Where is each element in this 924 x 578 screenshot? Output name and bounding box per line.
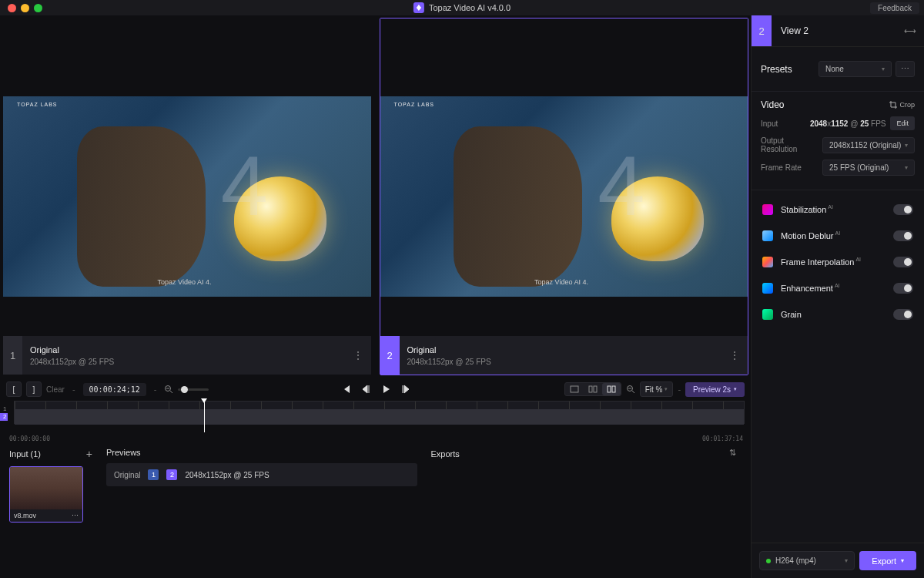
view-single-button[interactable] [565,383,584,395]
view-split-button[interactable] [584,383,602,395]
codec-dropdown[interactable]: H264 (mp4) ▾ [759,551,855,570]
status-dot-icon [766,559,771,563]
presets-dropdown[interactable]: None▾ [819,61,892,77]
preview-pane-1[interactable]: TOPAZ LABS Topaz Video AI 4. 1 Original … [2,18,372,375]
watermark-bottom: Topaz Video AI 4. [534,278,588,286]
window-controls [0,4,42,12]
preview-pane-2[interactable]: TOPAZ LABS Topaz Video AI 4. 2 Original … [380,18,749,375]
panel-view-title: View 2 [772,25,896,36]
stabilization-icon [762,204,773,215]
preview-image-1: TOPAZ LABS Topaz Video AI 4. [3,18,371,336]
input-res-value: 2048x1152 @ 25 FPS [810,119,886,128]
clear-button[interactable]: Clear [46,385,65,394]
add-input-button[interactable]: + [86,448,92,460]
timeline-end: 00:01:37:14 [702,435,743,442]
divider: - [72,385,75,394]
filters-list: StabilizationAI Motion DeblurAI Frame In… [752,190,924,334]
pane-menu-button-1[interactable]: ⋮ [353,349,371,361]
zoom-slider[interactable] [178,388,209,391]
playback-controls: [ ] Clear - 00:00:24;12 - [0,378,751,401]
filter-enhancement[interactable]: EnhancementAI [752,275,924,301]
grain-icon [762,309,773,320]
output-res-label: Output Resolution [761,136,822,153]
thumbnail-filename: v8.mov [14,512,36,519]
video-label: Video [761,99,784,110]
minimize-icon[interactable] [21,4,29,12]
svg-line-1 [170,391,172,393]
timeline-lane-1[interactable]: 1 [0,405,8,413]
step-back-icon[interactable] [360,384,371,395]
svg-line-9 [632,391,634,393]
view-mode-group [564,382,621,396]
filter-stabilization[interactable]: StabilizationAI [752,197,924,223]
timecode-display[interactable]: 00:00:24;12 [83,383,146,396]
thumbnail-menu-icon[interactable]: ⋯ [72,512,79,519]
frame-interpolation-icon [762,257,773,267]
pane-info-1: Original 2048x1152px @ 25 FPS [22,345,353,366]
svg-rect-4 [589,386,592,392]
maximize-icon[interactable] [34,4,42,12]
input-panel-title: Input (1) [9,449,41,459]
watermark-top: TOPAZ LABS [17,102,58,107]
crop-button[interactable]: Crop [889,101,915,109]
preview-button[interactable]: Preview 2s▾ [685,382,745,397]
app-logo-icon [413,2,424,13]
zoom-out-fit-icon[interactable] [626,385,635,394]
panel-view-number: 2 [752,15,772,46]
input-thumbnail[interactable]: v8.mov ⋯ [9,466,83,523]
motion-deblur-toggle[interactable] [893,230,913,241]
enhancement-toggle[interactable] [893,283,913,294]
filter-motion-deblur[interactable]: Motion DeblurAI [752,223,924,249]
svg-rect-5 [594,386,597,392]
grain-toggle[interactable] [893,309,913,320]
expand-icon[interactable]: ⟷ [896,26,924,36]
preview-chip-1: 1 [148,469,159,480]
app-title: Topaz Video AI v4.0.0 [413,2,511,13]
exports-sort-button[interactable]: ⇅ [729,448,742,460]
input-edit-button[interactable]: Edit [890,116,915,130]
exports-panel: Exports ⇅ [427,443,747,573]
frame-interpolation-toggle[interactable] [893,257,913,267]
pane-menu-button-2[interactable]: ⋮ [729,349,748,361]
previews-panel-title: Previews [106,448,141,457]
previews-panel: Previews Original 1 2 2048x1152px @ 25 F… [102,443,422,573]
preview-chip-2: 2 [166,469,177,480]
feedback-button[interactable]: Feedback [870,2,919,14]
svg-rect-6 [608,386,611,392]
filter-frame-interpolation[interactable]: Frame InterpolationAI [752,249,924,275]
fit-dropdown[interactable]: Fit % ▾ [640,381,674,397]
stabilization-toggle[interactable] [893,204,913,215]
zoom-out-icon[interactable] [164,385,173,394]
preview-row[interactable]: Original 1 2 2048x1152px @ 25 FPS [106,463,417,486]
presets-more-button[interactable]: ⋯ [896,61,915,77]
exports-panel-title: Exports [431,449,460,459]
pane-number-1: 1 [3,336,22,375]
export-button[interactable]: Export▾ [859,551,916,570]
presets-label: Presets [761,64,792,75]
timeline[interactable]: 1 2 00:00:00:00 00:01:37:14 [0,401,751,435]
step-forward-icon[interactable] [400,384,411,395]
mark-out-button[interactable]: ] [26,381,42,397]
timeline-start: 00:00:00:00 [9,435,50,442]
framerate-dropdown[interactable]: 25 FPS (Original)▾ [822,160,915,176]
playhead[interactable] [204,402,205,432]
titlebar: Topaz Video AI v4.0.0 Feedback [0,0,924,15]
input-res-label: Input [761,119,778,128]
properties-panel: 2 View 2 ⟷ Presets None▾ ⋯ Video Crop [751,15,924,578]
input-panel: Input (1) + v8.mov ⋯ [5,443,97,573]
close-icon[interactable] [8,4,16,12]
view-side-button[interactable] [602,383,621,395]
watermark-bottom: Topaz Video AI 4. [158,278,212,286]
output-res-dropdown[interactable]: 2048x1152 (Original)▾ [822,137,915,153]
divider: - [154,385,157,394]
play-icon[interactable] [380,384,391,395]
timeline-lane-2[interactable]: 2 [0,413,8,421]
watermark-top: TOPAZ LABS [394,102,435,107]
preview-area: TOPAZ LABS Topaz Video AI 4. 1 Original … [0,15,751,378]
preview-image-2: TOPAZ LABS Topaz Video AI 4. [380,18,748,336]
skip-start-icon[interactable] [340,384,351,395]
svg-rect-3 [571,386,578,392]
motion-deblur-icon [762,230,773,241]
mark-in-button[interactable]: [ [6,381,22,397]
filter-grain[interactable]: Grain [752,301,924,328]
